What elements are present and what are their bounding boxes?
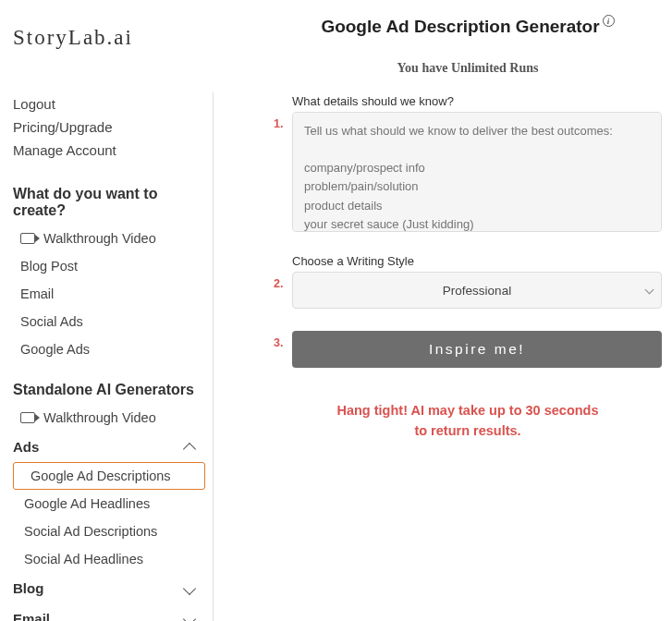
walkthrough-video-create[interactable]: Walkthrough Video [6, 225, 207, 252]
sidebar-item-blog-post[interactable]: Blog Post [6, 252, 207, 280]
sub-item-social-ad-headlines[interactable]: Social Ad Headlines [6, 545, 207, 573]
video-icon [20, 233, 35, 244]
ads-group-label: Ads [13, 439, 39, 455]
writing-style-select[interactable]: Professional [292, 272, 662, 309]
sub-item-social-ad-descriptions[interactable]: Social Ad Descriptions [6, 518, 207, 545]
step-2-num: 2. [274, 272, 292, 290]
style-label: Choose a Writing Style [274, 254, 662, 268]
brand-logo: StoryLab.ai [13, 26, 133, 50]
page-title-row: Google Ad Description Generator i [274, 17, 662, 37]
blog-group-label: Blog [13, 580, 43, 596]
walkthrough-label: Walkthrough Video [43, 231, 156, 246]
info-icon[interactable]: i [603, 15, 615, 27]
walkthrough-label: Walkthrough Video [43, 410, 156, 425]
step-3-num: 3. [274, 331, 292, 349]
sub-item-google-ad-headlines[interactable]: Google Ad Headlines [6, 490, 207, 518]
details-label: What details should we know? [274, 94, 662, 108]
ads-group-toggle[interactable]: Ads [6, 432, 207, 462]
chevron-down-icon [183, 581, 196, 594]
video-icon [20, 412, 35, 423]
runs-remaining: You have Unlimited Runs [274, 61, 662, 76]
wait-line-2: to return results. [274, 421, 662, 442]
account-links: Logout Pricing/Upgrade Manage Account [6, 92, 207, 178]
wait-line-1: Hang tight! AI may take up to 30 seconds [274, 401, 662, 421]
details-input[interactable] [292, 112, 662, 232]
pricing-link[interactable]: Pricing/Upgrade [13, 116, 200, 139]
inspire-me-button[interactable]: Inspire me! [292, 331, 662, 368]
blog-group-toggle[interactable]: Blog [6, 573, 207, 603]
email-group-label: Email [13, 611, 50, 621]
manage-account-link[interactable]: Manage Account [13, 139, 200, 162]
generator-form: What details should we know? 1. Choose a… [274, 94, 662, 368]
sidebar-item-social-ads[interactable]: Social Ads [6, 308, 207, 335]
sidebar-item-google-ads[interactable]: Google Ads [6, 335, 207, 363]
page-title: Google Ad Description Generator [321, 17, 599, 37]
chevron-up-icon [183, 442, 196, 455]
email-group-toggle[interactable]: Email [6, 603, 207, 621]
walkthrough-video-standalone[interactable]: Walkthrough Video [6, 404, 207, 432]
standalone-heading: Standalone AI Generators [6, 374, 207, 404]
logout-link[interactable]: Logout [13, 92, 200, 116]
create-heading: What do you want to create? [6, 178, 207, 225]
sidebar-item-email[interactable]: Email [6, 280, 207, 308]
sub-item-google-ad-descriptions[interactable]: Google Ad Descriptions [13, 462, 205, 490]
step-1-num: 1. [274, 112, 292, 130]
main-panel: Google Ad Description Generator i You ha… [274, 17, 662, 442]
sidebar: Logout Pricing/Upgrade Manage Account Wh… [6, 92, 214, 621]
chevron-down-icon [183, 612, 196, 621]
waiting-message: Hang tight! AI may take up to 30 seconds… [274, 401, 662, 442]
